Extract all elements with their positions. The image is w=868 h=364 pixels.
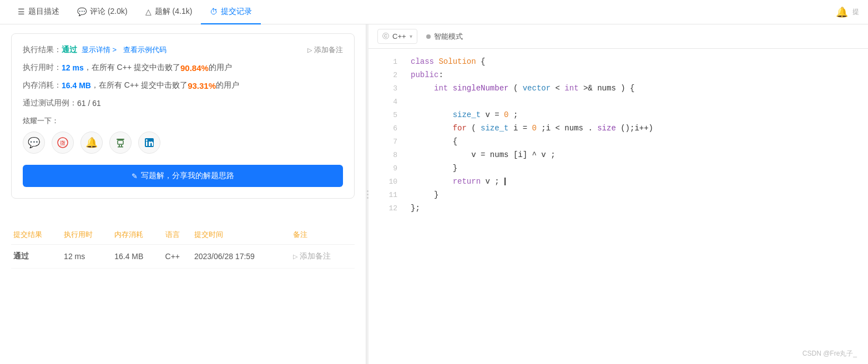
share-douban-btn[interactable] <box>109 132 132 154</box>
col-header-lang: 语言 <box>163 225 192 245</box>
history-table: 提交结果 执行用时 内存消耗 语言 提交时间 备注 通过 12 ms 16.4 … <box>11 225 355 269</box>
col-header-submitted: 提交时间 <box>192 225 291 245</box>
row-note[interactable]: 添加备注 <box>291 245 355 269</box>
share-weibo-btn[interactable]: 微 <box>52 132 74 154</box>
svg-point-9 <box>146 139 148 141</box>
left-panel: 执行结果： 通过 显示详情 > 查看示例代码 添加备注 执行用时： 12 ms … <box>0 24 366 364</box>
code-line-5: 5 size_t v = 0 ; <box>369 109 868 122</box>
row-submitted: 2023/06/28 17:59 <box>192 245 291 269</box>
code-line-1: 1 class Solution { <box>369 55 868 69</box>
tab-submissions[interactable]: ⏱ 提交记录 <box>201 0 261 24</box>
celebrate-label: 炫耀一下： <box>23 116 343 126</box>
submissions-icon: ⏱ <box>210 7 218 16</box>
toolbar-right: 🔔 提 <box>836 6 859 18</box>
comments-icon: 💬 <box>77 7 87 16</box>
chevron-down-icon: ▾ <box>410 33 412 39</box>
code-line-3: 3 int singleNumber ( vector < int >& num… <box>369 82 868 95</box>
smart-dot-icon <box>426 34 431 39</box>
svg-rect-2 <box>117 139 124 140</box>
result-box: 执行结果： 通过 显示详情 > 查看示例代码 添加备注 执行用时： 12 ms … <box>11 33 355 199</box>
mem-suffix: 的用户 <box>216 80 239 90</box>
svg-rect-5 <box>121 145 122 146</box>
code-line-10: 10 return v ; <box>369 175 868 189</box>
col-header-time: 执行用时 <box>62 225 112 245</box>
code-line-11: 11 } <box>369 189 868 202</box>
clock-placeholder: 提 <box>852 7 859 17</box>
add-note-btn-exec[interactable]: 添加备注 <box>307 45 343 55</box>
tab-solutions[interactable]: △ 题解 (4.1k) <box>137 0 201 24</box>
editor-toolbar: ⓒ C++ ▾ 智能模式 <box>369 24 868 49</box>
mem-label: 内存消耗： <box>23 80 62 90</box>
row-time: 12 ms <box>62 245 112 269</box>
main-layout: 执行结果： 通过 显示详情 > 查看示例代码 添加备注 执行用时： 12 ms … <box>0 24 868 364</box>
solutions-icon: △ <box>145 7 152 16</box>
clock-icon: 🔔 <box>836 6 848 18</box>
svg-rect-8 <box>146 141 148 146</box>
show-detail-link[interactable]: 显示详情 > <box>82 45 117 55</box>
exec-time-stat: ，在所有 C++ 提交中击败了 <box>84 63 180 73</box>
share-wechat-btn[interactable]: 💬 <box>23 132 45 154</box>
share-icons: 💬 微 🔔 <box>23 132 343 154</box>
row-lang: C++ <box>163 245 192 269</box>
footer-watermark: CSDN @Fre丸子_ <box>803 349 857 358</box>
test-row: 通过测试用例： 61 / 61 <box>23 98 343 108</box>
lang-label: C++ <box>392 32 406 41</box>
test-value: 61 / 61 <box>77 99 101 108</box>
table-row: 通过 12 ms 16.4 MB C++ 2023/06/28 17:59 添加… <box>11 245 355 269</box>
tab-description[interactable]: ☰ 题目描述 <box>9 0 68 24</box>
top-nav: ☰ 题目描述 💬 评论 (2.0k) △ 题解 (4.1k) ⏱ 提交记录 🔔 … <box>0 0 868 24</box>
lang-circle-icon: ⓒ <box>382 32 389 41</box>
code-line-4: 4 <box>369 95 868 109</box>
test-label: 通过测试用例： <box>23 98 77 108</box>
exec-result-label: 执行结果： <box>23 45 62 55</box>
code-line-8: 8 v = nums [i] ^ v ; <box>369 149 868 162</box>
exec-time-value: 12 ms <box>62 63 84 72</box>
row-result[interactable]: 通过 <box>11 245 62 269</box>
share-bell-btn[interactable]: 🔔 <box>80 132 103 154</box>
code-area[interactable]: 1 class Solution { 2 public: 3 <box>369 49 868 364</box>
code-line-9: 9 } <box>369 162 868 175</box>
code-line-6: 6 for ( size_t i = 0 ;i < nums . size <box>369 122 868 135</box>
share-linkedin-btn[interactable] <box>138 132 160 154</box>
svg-text:微: 微 <box>60 140 65 146</box>
exec-time-suffix: 的用户 <box>209 63 232 73</box>
mem-stat: ，在所有 C++ 提交中击败了 <box>91 80 188 90</box>
smart-mode-label: 智能模式 <box>434 32 463 42</box>
code-editor-panel: ⓒ C++ ▾ 智能模式 1 class Solution { <box>369 24 868 364</box>
mem-value: 16.4 MB <box>62 81 91 90</box>
mem-pct: 93.31% <box>188 81 216 90</box>
history-section: 提交结果 执行用时 内存消耗 语言 提交时间 备注 通过 12 ms 16.4 … <box>11 221 355 269</box>
smart-mode-indicator: 智能模式 <box>426 32 463 42</box>
exec-time-label: 执行用时： <box>23 63 62 73</box>
col-header-memory: 内存消耗 <box>112 225 163 245</box>
code-line-7: 7 { <box>369 135 868 149</box>
mem-row: 内存消耗： 16.4 MB ，在所有 C++ 提交中击败了 93.31% 的用户 <box>23 80 343 90</box>
exec-result-row: 执行结果： 通过 显示详情 > 查看示例代码 添加备注 <box>23 45 343 55</box>
description-icon: ☰ <box>18 7 25 16</box>
exec-time-pct: 90.84% <box>180 63 209 73</box>
write-solution-btn[interactable]: 写题解，分享我的解题思路 <box>23 165 343 187</box>
tab-comments[interactable]: 💬 评论 (2.0k) <box>68 0 137 24</box>
svg-rect-6 <box>118 146 123 148</box>
lang-selector[interactable]: ⓒ C++ ▾ <box>377 29 417 44</box>
svg-rect-4 <box>119 145 120 146</box>
view-example-link[interactable]: 查看示例代码 <box>123 45 166 55</box>
code-line-2: 2 public: <box>369 69 868 82</box>
code-line-12: 12 }; <box>369 202 868 215</box>
exec-time-row: 执行用时： 12 ms ，在所有 C++ 提交中击败了 90.84% 的用户 <box>23 63 343 73</box>
svg-rect-3 <box>118 140 123 144</box>
exec-pass-badge: 通过 <box>62 45 77 55</box>
row-memory: 16.4 MB <box>112 245 163 269</box>
col-header-note: 备注 <box>291 225 355 245</box>
col-header-result: 提交结果 <box>11 225 62 245</box>
